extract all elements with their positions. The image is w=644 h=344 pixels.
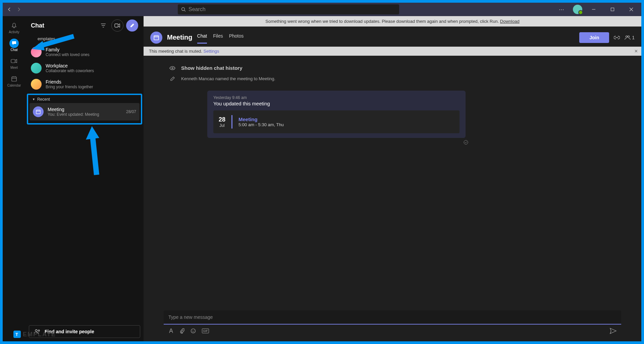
svg-point-0 — [182, 8, 185, 11]
template-family-desc: Connect with loved ones — [46, 52, 138, 57]
template-friends-name: Friends — [46, 79, 138, 85]
event-timestamp: Yesterday 9:46 am — [213, 95, 460, 100]
rename-system-message: Kenneth Mancao named the meeting to Meet… — [164, 73, 621, 84]
nav-meet[interactable]: Meet — [4, 55, 24, 71]
send-button[interactable] — [610, 328, 616, 334]
svg-rect-7 — [12, 77, 16, 81]
recent-header[interactable]: ▼ Recent — [30, 96, 140, 103]
video-icon — [10, 57, 18, 65]
svg-point-26 — [192, 330, 193, 331]
event-time: 5:00 am - 5:30 am, Thu — [238, 122, 284, 127]
event-update-card: Yesterday 9:46 am You updated this meeti… — [207, 91, 466, 138]
gif-icon[interactable]: GIF — [202, 329, 209, 333]
friends-icon — [31, 79, 42, 90]
close-button[interactable] — [624, 3, 639, 16]
nav-back-button[interactable] — [5, 5, 13, 13]
eye-icon — [169, 66, 176, 70]
chevron-down-icon: ▼ — [32, 98, 35, 101]
sent-check-icon — [464, 140, 468, 145]
nav-meet-label: Meet — [10, 66, 18, 69]
template-family[interactable]: Family Connect with loved ones — [25, 44, 144, 60]
video-call-button[interactable] — [111, 19, 123, 32]
participants-button[interactable]: 1 — [625, 35, 635, 40]
calendar-icon — [10, 75, 18, 83]
banner-text: Something went wrong when we tried to do… — [265, 19, 500, 24]
muted-notification-bar: This meeting chat is muted. Settings ✕ — [144, 47, 641, 56]
recent-label: Recent — [37, 97, 50, 102]
format-icon[interactable] — [168, 329, 174, 333]
minimize-button[interactable] — [586, 3, 601, 16]
event-headline: You updated this meeting — [213, 101, 460, 106]
family-icon — [31, 47, 42, 57]
chat-icon — [10, 39, 18, 47]
template-family-name: Family — [46, 47, 138, 52]
title-bar: Search ⋯ — [3, 3, 641, 16]
show-hidden-label: Show hidden chat history — [181, 65, 243, 71]
maximize-button[interactable] — [605, 3, 620, 16]
join-button[interactable]: Join — [579, 32, 609, 43]
template-workplace-desc: Collaborate with coworkers — [46, 68, 138, 73]
templates-header: emplates — [25, 35, 144, 44]
svg-point-22 — [628, 36, 630, 37]
svg-point-24 — [464, 140, 468, 144]
muted-bar-close[interactable]: ✕ — [634, 49, 638, 54]
bell-icon — [10, 21, 18, 30]
content-panel: Something went wrong when we tried to do… — [144, 16, 641, 341]
template-workplace[interactable]: Workplace Collaborate with coworkers — [25, 60, 144, 76]
tab-photos[interactable]: Photos — [229, 31, 244, 44]
participants-count: 1 — [632, 35, 635, 40]
nav-activity-label: Activity — [9, 30, 19, 34]
nav-activity[interactable]: Activity — [4, 19, 24, 36]
event-divider — [231, 115, 232, 129]
meeting-avatar-icon — [33, 106, 44, 117]
workplace-icon — [31, 63, 42, 73]
nav-rail: Activity Chat Meet Calendar — [3, 16, 25, 341]
muted-settings-link[interactable]: Settings — [204, 49, 219, 54]
nav-calendar[interactable]: Calendar — [4, 73, 24, 89]
message-input[interactable]: Type a new message — [164, 310, 621, 325]
svg-point-25 — [191, 329, 196, 333]
svg-rect-6 — [11, 59, 15, 63]
show-hidden-history[interactable]: Show hidden chat history — [164, 62, 621, 73]
recent-item-name: Meeting — [48, 107, 122, 112]
content-title: Meeting — [167, 34, 193, 41]
recent-item-date: 28/07 — [126, 109, 136, 114]
tab-files[interactable]: Files — [213, 31, 223, 44]
pencil-icon — [169, 77, 176, 81]
rename-text: Kenneth Mancao named the meeting to Meet… — [181, 76, 275, 81]
recent-section-highlight: ▼ Recent Meeting You: Event updated: Mee… — [27, 94, 142, 125]
attach-icon[interactable] — [180, 328, 184, 334]
tab-chat[interactable]: Chat — [197, 31, 207, 44]
more-options-button[interactable]: ⋯ — [554, 3, 569, 16]
meeting-header-icon — [150, 32, 162, 44]
emoji-icon[interactable] — [191, 328, 196, 334]
nav-calendar-label: Calendar — [7, 84, 21, 87]
svg-line-1 — [184, 10, 186, 12]
svg-rect-19 — [154, 36, 159, 40]
link-icon[interactable] — [614, 36, 620, 39]
message-placeholder: Type a new message — [168, 314, 213, 320]
banner-download-link[interactable]: Download — [500, 19, 520, 24]
muted-text: This meeting chat is muted. — [149, 49, 204, 54]
nav-chat[interactable]: Chat — [4, 37, 24, 54]
svg-rect-14 — [115, 24, 118, 27]
watermark: T EMPLATE — [13, 331, 56, 338]
search-icon — [181, 7, 186, 12]
svg-point-21 — [626, 36, 628, 37]
event-detail-card[interactable]: 28 Jul Meeting 5:00 am - 5:30 am, Thu — [213, 110, 460, 133]
template-friends-desc: Bring your friends together — [46, 85, 138, 89]
chat-list-panel: Chat emplates Family Connect with loved … — [25, 16, 144, 341]
user-avatar[interactable] — [573, 5, 582, 14]
search-input[interactable]: Search — [178, 4, 399, 14]
svg-point-23 — [172, 67, 173, 69]
nav-chat-label: Chat — [10, 48, 17, 52]
event-meeting-name: Meeting — [238, 116, 284, 122]
template-friends[interactable]: Friends Bring your friends together — [25, 76, 144, 92]
filter-button[interactable] — [101, 23, 109, 28]
nav-forward-button[interactable] — [15, 5, 23, 13]
compose-button[interactable] — [126, 19, 138, 32]
people-icon — [625, 35, 631, 40]
event-month: Jul — [219, 123, 225, 128]
recent-chat-meeting[interactable]: Meeting You: Event updated: Meeting 28/0… — [30, 103, 140, 120]
event-day: 28 — [219, 116, 225, 123]
